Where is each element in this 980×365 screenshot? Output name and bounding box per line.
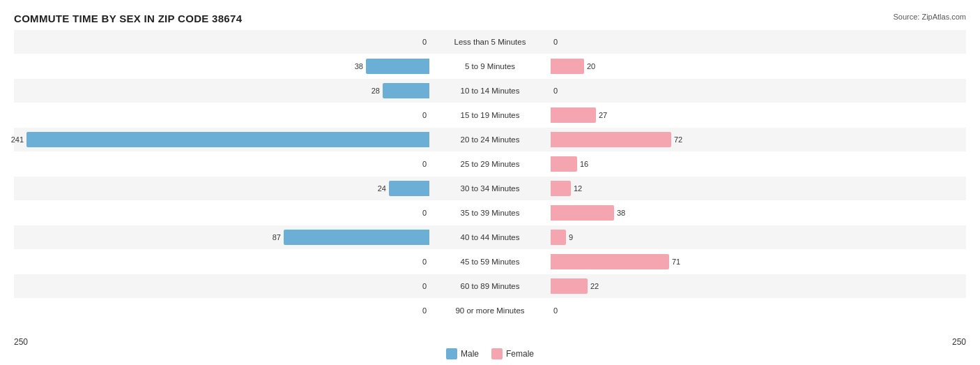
- left-section: 24: [14, 177, 432, 200]
- female-value: 27: [599, 111, 607, 119]
- right-section: 16: [548, 152, 966, 176]
- male-value: 38: [355, 62, 363, 70]
- right-section: 0: [548, 299, 966, 322]
- row-label: 40 to 44 Minutes: [432, 233, 548, 241]
- male-color-box: [446, 348, 457, 359]
- right-section: 72: [548, 128, 966, 151]
- right-section: 71: [548, 250, 966, 274]
- male-value: 0: [422, 282, 427, 290]
- table-row: 24120 to 24 Minutes72: [14, 128, 966, 151]
- row-label: 30 to 34 Minutes: [432, 184, 548, 193]
- left-section: 0: [14, 103, 432, 127]
- row-label: 25 to 29 Minutes: [432, 160, 548, 168]
- male-value: 0: [422, 160, 427, 168]
- right-section: 27: [548, 103, 966, 127]
- table-row: 060 to 89 Minutes22: [14, 274, 966, 298]
- left-section: 0: [14, 152, 432, 176]
- left-section: 0: [14, 201, 432, 225]
- female-value: 20: [587, 62, 595, 70]
- row-label: 60 to 89 Minutes: [432, 282, 548, 290]
- female-value: 12: [574, 184, 582, 193]
- bottom-area: 250 250 Male Female: [14, 334, 966, 359]
- legend: Male Female: [14, 348, 966, 359]
- table-row: 045 to 59 Minutes71: [14, 250, 966, 274]
- female-color-box: [491, 348, 503, 359]
- row-label: 15 to 19 Minutes: [432, 111, 548, 119]
- right-section: 38: [548, 201, 966, 225]
- table-row: 385 to 9 Minutes20: [14, 54, 966, 78]
- legend-male: Male: [446, 348, 479, 359]
- male-value: 0: [422, 111, 427, 119]
- female-value: 0: [553, 87, 558, 95]
- left-section: 28: [14, 79, 432, 103]
- table-row: 2430 to 34 Minutes12: [14, 177, 966, 200]
- male-value: 241: [11, 135, 24, 144]
- axis-right-label: 250: [952, 337, 966, 347]
- male-value: 24: [378, 184, 386, 193]
- row-label: 35 to 39 Minutes: [432, 209, 548, 217]
- table-row: 025 to 29 Minutes16: [14, 152, 966, 176]
- table-row: 090 or more Minutes0: [14, 299, 966, 322]
- left-section: 0: [14, 30, 432, 54]
- right-section: 0: [548, 79, 966, 103]
- left-section: 0: [14, 250, 432, 274]
- axis-labels: 250 250: [14, 337, 966, 347]
- male-value: 0: [422, 306, 427, 315]
- axis-left-label: 250: [14, 337, 28, 347]
- male-value: 0: [422, 38, 427, 46]
- left-section: 0: [14, 299, 432, 322]
- male-value: 0: [422, 258, 427, 266]
- source-label: Source: ZipAtlas.com: [893, 13, 966, 21]
- left-section: 87: [14, 225, 432, 249]
- row-label: 90 or more Minutes: [432, 306, 548, 315]
- table-row: 2810 to 14 Minutes0: [14, 79, 966, 103]
- right-section: 12: [548, 177, 966, 200]
- female-value: 22: [590, 282, 599, 290]
- left-section: 38: [14, 54, 432, 78]
- legend-female: Female: [491, 348, 534, 359]
- female-value: 0: [553, 38, 558, 46]
- row-label: Less than 5 Minutes: [432, 38, 548, 46]
- chart-container: COMMUTE TIME BY SEX IN ZIP CODE 38674 So…: [0, 0, 980, 365]
- left-section: 241: [14, 128, 432, 151]
- right-section: 20: [548, 54, 966, 78]
- male-value: 0: [422, 209, 427, 217]
- female-value: 9: [569, 233, 573, 241]
- male-value: 87: [273, 233, 281, 241]
- male-label: Male: [461, 349, 479, 359]
- left-section: 0: [14, 274, 432, 298]
- table-row: 8740 to 44 Minutes9: [14, 225, 966, 249]
- female-value: 16: [580, 160, 588, 168]
- table-row: 035 to 39 Minutes38: [14, 201, 966, 225]
- row-label: 45 to 59 Minutes: [432, 258, 548, 266]
- chart-title: COMMUTE TIME BY SEX IN ZIP CODE 38674: [14, 13, 966, 24]
- right-section: 22: [548, 274, 966, 298]
- right-section: 9: [548, 225, 966, 249]
- row-label: 5 to 9 Minutes: [432, 62, 548, 70]
- female-value: 0: [553, 306, 558, 315]
- row-label: 20 to 24 Minutes: [432, 135, 548, 144]
- row-label: 10 to 14 Minutes: [432, 87, 548, 95]
- female-value: 71: [672, 258, 680, 266]
- male-value: 28: [372, 87, 380, 95]
- rows-area: 0Less than 5 Minutes0385 to 9 Minutes202…: [14, 30, 966, 322]
- female-value: 38: [617, 209, 625, 217]
- right-section: 0: [548, 30, 966, 54]
- female-value: 72: [674, 135, 682, 144]
- table-row: 0Less than 5 Minutes0: [14, 30, 966, 54]
- table-row: 015 to 19 Minutes27: [14, 103, 966, 127]
- female-label: Female: [506, 349, 534, 359]
